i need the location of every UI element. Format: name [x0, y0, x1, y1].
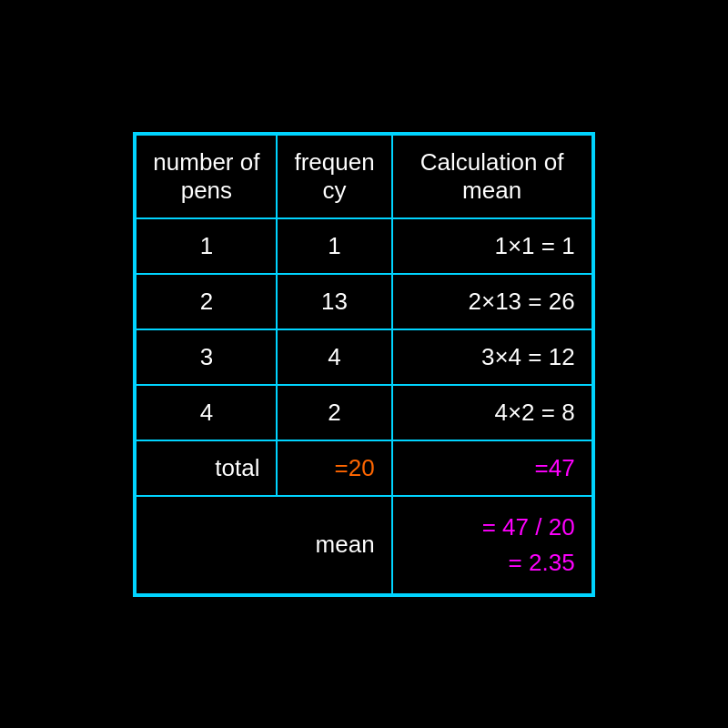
header-pens: number of pens: [136, 135, 277, 218]
total-label: total: [136, 440, 277, 496]
mean-calc: = 47 / 20 = 2.35: [392, 496, 592, 594]
frequency-table: number of pens frequen cy Calculation of…: [135, 134, 592, 595]
calc-1: 1×1 = 1: [392, 218, 592, 274]
total-calc: =47: [392, 440, 592, 496]
mean-label: mean: [136, 496, 391, 594]
pens-3: 3: [136, 329, 277, 385]
table-row: 1 1 1×1 = 1: [136, 218, 592, 274]
mean-line1: = 47 / 20: [482, 513, 575, 541]
mean-line2: = 2.35: [509, 549, 575, 576]
calc-3: 3×4 = 12: [392, 329, 592, 385]
calc-2: 2×13 = 26: [392, 274, 592, 329]
stats-table-wrapper: number of pens frequen cy Calculation of…: [133, 132, 594, 597]
freq-2: 13: [277, 274, 391, 329]
header-calculation: Calculation of mean: [392, 135, 592, 218]
freq-4: 2: [277, 385, 391, 440]
mean-row: mean = 47 / 20 = 2.35: [136, 496, 592, 594]
table-row: 3 4 3×4 = 12: [136, 329, 592, 385]
total-row: total =20 =47: [136, 440, 592, 496]
pens-1: 1: [136, 218, 277, 274]
pens-4: 4: [136, 385, 277, 440]
calc-4: 4×2 = 8: [392, 385, 592, 440]
header-frequency: frequen cy: [277, 135, 391, 218]
freq-3: 4: [277, 329, 391, 385]
total-frequency: =20: [277, 440, 391, 496]
table-row: 4 2 4×2 = 8: [136, 385, 592, 440]
pens-2: 2: [136, 274, 277, 329]
freq-1: 1: [277, 218, 391, 274]
table-row: 2 13 2×13 = 26: [136, 274, 592, 329]
